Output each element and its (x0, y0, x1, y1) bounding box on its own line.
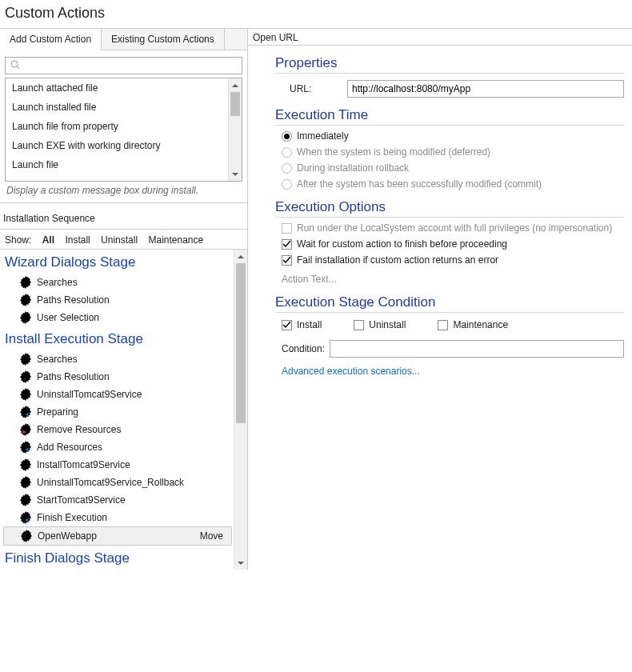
list-item[interactable]: Launch file from property (6, 117, 242, 136)
label: UninstallTomcat9Service_Rollback (37, 477, 184, 488)
condition-label: Condition: (282, 343, 325, 354)
page-title: Custom Actions (0, 0, 632, 29)
stage-install-execution[interactable]: Install Execution Stage (3, 326, 232, 350)
section-stage-condition: Execution Stage Condition (275, 294, 624, 313)
details-name: Open URL (248, 30, 632, 46)
check-maintenance[interactable]: Maintenance (438, 319, 508, 330)
tree-item-uninstalltomcat9service-rollback[interactable]: UninstallTomcat9Service_Rollback (3, 474, 232, 491)
checkbox-icon (282, 320, 292, 330)
list-item[interactable]: Launch file (6, 155, 242, 174)
scrollbar[interactable] (228, 78, 242, 181)
radio-immediately[interactable]: Immediately (282, 130, 630, 142)
tab-existing-custom-actions[interactable]: Existing Custom Actions (102, 29, 225, 50)
radio-icon (282, 179, 292, 190)
list-item[interactable]: Launch EXE with working directory (6, 136, 242, 155)
tree-item-starttomcat9service[interactable]: StartTomcat9Service (3, 491, 232, 509)
tree-item-searches[interactable]: Searches (3, 274, 232, 291)
filter-maintenance[interactable]: Maintenance (148, 234, 203, 246)
tree-item-installtomcat9service[interactable]: InstallTomcat9Service (3, 456, 232, 474)
tree-item-paths-resolution[interactable]: Paths Resolution (3, 291, 232, 309)
radio-commit: After the system has been successfully m… (282, 178, 630, 190)
filter-row: Show: All Install Uninstall Maintenance (0, 230, 247, 249)
action-text-link: Action Text... (282, 274, 630, 285)
tree-item-paths-resolution[interactable]: Paths Resolution (3, 368, 232, 386)
section-properties: Properties (275, 55, 624, 74)
tree-item-user-selection[interactable]: User Selection (3, 309, 232, 326)
list-item[interactable]: Launch attached file (6, 78, 242, 98)
installation-sequence-title: Installation Sequence (0, 203, 247, 230)
label: Preparing (37, 406, 78, 418)
scrollbar[interactable] (234, 250, 247, 570)
tree-item-preparing[interactable]: Preparing (3, 403, 232, 421)
stage-wizard-dialogs[interactable]: Wizard Dialogs Stage (3, 250, 232, 274)
tree-item-finish-execution[interactable]: Finish Execution (3, 509, 232, 526)
label: StartTomcat9Service (37, 494, 126, 506)
label: User Selection (37, 312, 99, 323)
scroll-down-icon[interactable] (229, 167, 242, 181)
tree-item-remove-resources[interactable]: Remove Resources (3, 421, 232, 438)
check-localsystem: Run under the LocalSystem account with f… (282, 222, 630, 234)
tree-item-searches[interactable]: Searches (3, 350, 232, 368)
advanced-scenarios-link[interactable]: Advanced execution scenarios... (282, 366, 420, 377)
label: Run under the LocalSystem account with f… (297, 222, 612, 234)
filter-uninstall[interactable]: Uninstall (101, 234, 138, 246)
filter-all[interactable]: All (42, 234, 54, 246)
label: Fail installation if custom action retur… (297, 254, 498, 266)
label: Wait for custom action to finish before … (297, 238, 507, 250)
tree-item-uninstalltomcat9service[interactable]: UninstallTomcat9Service (3, 386, 232, 403)
search-icon (10, 60, 23, 72)
condition-input[interactable] (330, 340, 624, 358)
radio-icon (282, 131, 292, 142)
check-uninstall[interactable]: Uninstall (354, 319, 406, 330)
checkbox-icon (438, 320, 448, 330)
tree-item-add-resources[interactable]: Add Resources (3, 438, 232, 456)
action-type-list[interactable]: Launch attached file Launch installed fi… (5, 78, 242, 182)
tab-add-custom-action[interactable]: Add Custom Action (0, 29, 102, 50)
section-execution-time: Execution Time (275, 107, 624, 126)
search-box[interactable] (5, 57, 242, 74)
check-wait[interactable]: Wait for custom action to finish before … (282, 238, 630, 250)
tree-item-openwebapp[interactable]: OpenWebappMove (3, 526, 232, 546)
label: UninstallTomcat9Service (37, 389, 142, 400)
scroll-up-icon[interactable] (234, 250, 247, 263)
url-input[interactable] (347, 80, 624, 98)
filter-label: Show: (5, 234, 31, 246)
label: Install (297, 319, 322, 330)
check-install[interactable]: Install (282, 319, 322, 330)
list-item[interactable]: Launch installed file (6, 98, 242, 117)
label: InstallTomcat9Service (37, 459, 130, 470)
label: OpenWebapp (38, 530, 97, 542)
hint-text: Display a custom message box during inst… (0, 182, 247, 203)
checkbox-icon (282, 255, 292, 266)
checkbox-icon (282, 239, 292, 250)
url-label: URL: (290, 83, 347, 94)
check-fail[interactable]: Fail installation if custom action retur… (282, 254, 630, 266)
stage-finish-dialogs[interactable]: Finish Dialogs Stage (3, 546, 232, 570)
section-execution-options: Execution Options (275, 199, 624, 218)
label: Maintenance (453, 319, 508, 330)
radio-rollback: During installation rollback (282, 162, 630, 174)
checkbox-icon (282, 223, 292, 234)
radio-deferred: When the system is being modified (defer… (282, 146, 630, 158)
scroll-thumb[interactable] (236, 263, 246, 423)
label: Finish Execution (37, 512, 107, 523)
tabs: Add Custom Action Existing Custom Action… (0, 29, 247, 50)
move-button[interactable]: Move (197, 530, 226, 542)
label: Paths Resolution (37, 294, 110, 306)
radio-icon (282, 163, 292, 174)
label: Remove Resources (37, 424, 121, 435)
search-input[interactable] (23, 59, 237, 72)
label: Add Resources (37, 442, 102, 453)
label: Searches (37, 354, 78, 365)
label: Uninstall (369, 319, 406, 330)
label: After the system has been successfully m… (297, 178, 542, 190)
label: Immediately (297, 130, 349, 142)
filter-install[interactable]: Install (65, 234, 90, 246)
label: When the system is being modified (defer… (297, 146, 490, 158)
scroll-down-icon[interactable] (234, 556, 247, 570)
scroll-up-icon[interactable] (229, 78, 242, 92)
radio-icon (282, 147, 292, 158)
label: During installation rollback (297, 162, 409, 174)
svg-line-2 (17, 66, 19, 69)
scroll-thumb[interactable] (230, 92, 240, 116)
